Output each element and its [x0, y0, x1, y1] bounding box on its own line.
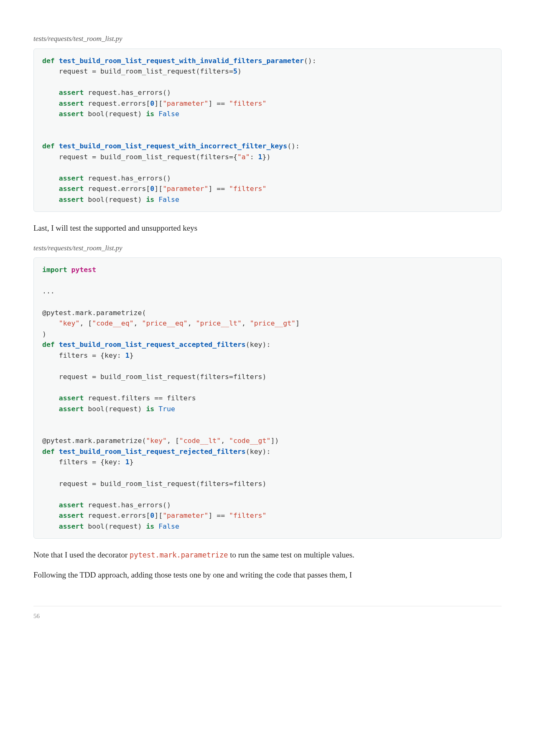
para2-text-post: to run the same test on multiple values. [228, 550, 354, 559]
body-paragraph-3: Following the TDD approach, adding those… [33, 569, 502, 581]
inline-code-parametrize: pytest.mark.parametrize [130, 551, 228, 559]
page-number: 56 [33, 606, 502, 621]
body-paragraph-1: Last, I will test the supported and unsu… [33, 222, 502, 234]
code-caption-2: tests/requests/test_room_list.py [33, 243, 502, 254]
code-block-2: import pytest ... @pytest.mark.parametri… [33, 257, 502, 539]
para2-text-pre: Note that I used the decorator [33, 550, 130, 559]
body-paragraph-2: Note that I used the decorator pytest.ma… [33, 549, 502, 561]
code-block-1: def test_build_room_list_request_with_in… [33, 48, 502, 212]
code-caption-1: tests/requests/test_room_list.py [33, 33, 502, 44]
